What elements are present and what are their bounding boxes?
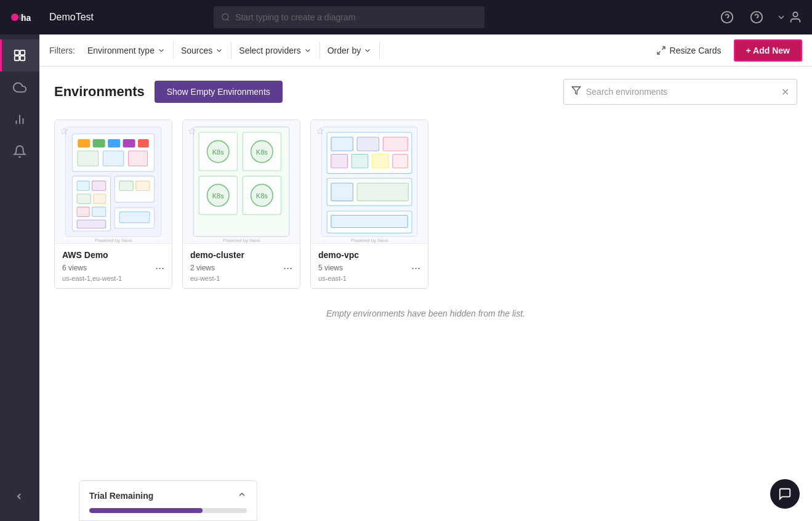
- card-views-demo-vpc: 5 views: [318, 264, 343, 272]
- help-icon-secondary[interactable]: [747, 7, 766, 27]
- svg-rect-3: [15, 50, 19, 55]
- svg-line-11: [227, 19, 229, 21]
- user-icon: [789, 10, 802, 24]
- trial-progress-bar-fill: [89, 508, 203, 513]
- chat-button[interactable]: [770, 479, 800, 509]
- resize-cards-button[interactable]: Resize Cards: [649, 42, 729, 59]
- star-icon-demo-cluster[interactable]: ☆: [188, 125, 196, 137]
- environment-type-chevron: [157, 46, 166, 55]
- env-card-demo-cluster[interactable]: ☆ K8s K8s K8s: [182, 119, 300, 289]
- order-by-filter[interactable]: Order by: [320, 42, 380, 59]
- svg-line-17: [662, 47, 665, 50]
- card-name-demo-vpc: demo-vpc: [318, 250, 420, 260]
- svg-rect-69: [357, 183, 408, 201]
- card-preview-aws-demo: ☆: [55, 120, 172, 243]
- environments-title: Environments: [54, 84, 145, 100]
- card-region-demo-vpc: us-east-1: [318, 275, 420, 282]
- environment-type-filter[interactable]: Environment type: [80, 42, 174, 59]
- filter-bar: Filters: Environment type Sources Select…: [39, 34, 812, 67]
- navbar-search-icon: [221, 12, 230, 22]
- svg-text:K8s: K8s: [256, 148, 268, 156]
- search-clear-icon[interactable]: ✕: [781, 86, 789, 98]
- card-views-aws-demo: 6 views: [62, 264, 87, 272]
- svg-rect-5: [15, 56, 19, 60]
- svg-text:Powered by hava: Powered by hava: [223, 238, 260, 243]
- sidebar-item-notifications[interactable]: [0, 135, 39, 168]
- svg-point-16: [793, 12, 797, 17]
- card-meta-demo-cluster: 2 views ···: [190, 262, 292, 273]
- sidebar-item-environments[interactable]: [0, 39, 39, 71]
- main-wrapper: DemoTest: [39, 0, 812, 521]
- search-environments-input[interactable]: [586, 87, 781, 97]
- card-region-aws-demo: us-east-1,eu-west-1: [62, 275, 164, 282]
- svg-rect-42: [119, 212, 150, 223]
- svg-rect-6: [20, 56, 25, 60]
- add-new-button[interactable]: + Add New: [734, 39, 802, 62]
- card-preview-demo-cluster: ☆ K8s K8s K8s: [183, 120, 300, 243]
- chat-icon: [778, 487, 792, 501]
- svg-rect-39: [119, 181, 133, 191]
- navbar-search-input[interactable]: [235, 12, 477, 22]
- sidebar-item-cloud[interactable]: [0, 71, 39, 103]
- user-menu[interactable]: [776, 10, 802, 24]
- svg-rect-63: [331, 155, 348, 168]
- sidebar-bottom: [0, 484, 39, 521]
- card-preview-demo-vpc: ☆: [311, 120, 428, 243]
- env-card-aws-demo[interactable]: ☆: [54, 119, 172, 289]
- card-more-demo-vpc[interactable]: ···: [411, 262, 420, 273]
- svg-rect-31: [77, 181, 89, 191]
- sidebar-item-charts[interactable]: [0, 103, 39, 135]
- svg-rect-22: [78, 139, 90, 147]
- order-by-chevron: [363, 46, 372, 55]
- app-logo[interactable]: hava: [0, 0, 39, 34]
- svg-rect-40: [136, 181, 150, 191]
- card-region-demo-cluster: eu-west-1: [190, 275, 292, 282]
- svg-rect-61: [357, 137, 379, 151]
- sources-label: Sources: [181, 46, 212, 55]
- navbar-icons: [717, 7, 802, 27]
- svg-rect-33: [77, 194, 90, 204]
- card-info-demo-vpc: demo-vpc 5 views ··· us-east-1: [311, 243, 428, 288]
- env-card-demo-vpc[interactable]: ☆: [310, 119, 428, 289]
- app-title: DemoTest: [49, 12, 94, 23]
- card-views-demo-cluster: 2 views: [190, 264, 215, 272]
- navbar: DemoTest: [39, 0, 812, 34]
- trial-collapse-icon[interactable]: [237, 490, 247, 502]
- svg-rect-71: [331, 215, 408, 227]
- svg-rect-62: [383, 137, 408, 151]
- search-environments-bar[interactable]: ✕: [563, 79, 797, 105]
- card-info-aws-demo: AWS Demo 6 views ··· us-east-1,eu-west-1: [55, 243, 172, 288]
- card-more-demo-cluster[interactable]: ···: [283, 262, 292, 273]
- help-icon-circle[interactable]: [717, 7, 737, 27]
- trial-header: Trial Remaining: [89, 490, 247, 502]
- resize-icon: [656, 46, 666, 55]
- trial-progress-bar-bg: [89, 508, 247, 513]
- show-empty-button[interactable]: Show Empty Environments: [155, 81, 283, 103]
- star-icon-aws-demo[interactable]: ☆: [60, 125, 68, 137]
- svg-rect-65: [372, 155, 388, 168]
- svg-point-10: [222, 14, 228, 20]
- svg-rect-23: [93, 139, 105, 147]
- card-name-aws-demo: AWS Demo: [62, 250, 164, 260]
- svg-rect-35: [77, 207, 89, 217]
- svg-text:K8s: K8s: [212, 148, 225, 156]
- svg-text:K8s: K8s: [256, 192, 268, 200]
- card-meta-demo-vpc: 5 views ···: [318, 262, 420, 273]
- order-by-label: Order by: [328, 46, 361, 55]
- svg-text:Powered by hava: Powered by hava: [95, 238, 132, 243]
- svg-text:hava: hava: [21, 13, 31, 23]
- select-providers-filter[interactable]: Select providers: [231, 42, 320, 59]
- card-more-aws-demo[interactable]: ···: [155, 262, 164, 273]
- star-icon-demo-vpc[interactable]: ☆: [316, 125, 324, 137]
- environment-type-label: Environment type: [87, 46, 155, 55]
- sources-filter[interactable]: Sources: [174, 42, 231, 59]
- sources-chevron: [215, 46, 223, 55]
- resize-cards-label: Resize Cards: [670, 46, 722, 55]
- navbar-search-bar[interactable]: [214, 6, 484, 28]
- empty-environments-notice: Empty environments have been hidden from…: [54, 309, 797, 318]
- svg-rect-24: [108, 139, 120, 147]
- svg-point-0: [11, 14, 18, 21]
- sidebar-collapse-toggle[interactable]: [0, 484, 39, 509]
- svg-rect-60: [331, 137, 353, 151]
- svg-rect-32: [92, 181, 106, 191]
